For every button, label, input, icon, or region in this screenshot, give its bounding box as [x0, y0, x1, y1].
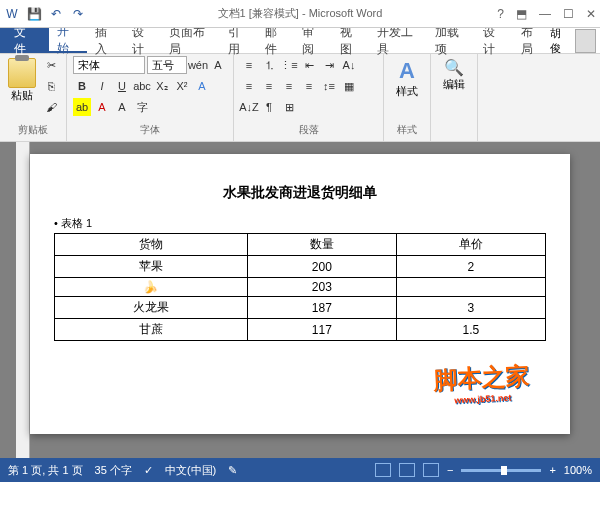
table-header[interactable]: 货物 — [55, 234, 248, 256]
clipboard-group-label: 剪贴板 — [6, 121, 60, 139]
italic-button[interactable]: I — [93, 77, 111, 95]
cut-icon[interactable]: ✂ — [42, 56, 60, 74]
tab-references[interactable]: 引用 — [220, 28, 257, 53]
increase-indent-icon[interactable]: ⇥ — [320, 56, 338, 74]
document-area[interactable]: 水果批发商进退货明细单 • 表格 1 货物 数量 单价 苹果2002 🍌203 … — [0, 142, 600, 458]
close-icon[interactable]: ✕ — [586, 7, 596, 21]
minimize-icon[interactable]: — — [539, 7, 551, 21]
underline-button[interactable]: U — [113, 77, 131, 95]
status-page[interactable]: 第 1 页, 共 1 页 — [8, 463, 83, 478]
table-row: 🍌203 — [55, 278, 546, 297]
doc-title[interactable]: 水果批发商进退货明细单 — [54, 184, 546, 202]
align-right-icon[interactable]: ≡ — [280, 77, 298, 95]
char-border-icon[interactable]: 字 — [133, 98, 151, 116]
tab-addins[interactable]: 加载项 — [427, 28, 475, 53]
paragraph-group-label: 段落 — [240, 121, 377, 139]
enclose-char-icon[interactable]: A — [209, 56, 227, 74]
group-editing: 🔍 编辑 — [431, 54, 478, 141]
styles-button[interactable]: A 样式 — [390, 56, 424, 101]
tab-insert[interactable]: 插入 — [87, 28, 124, 53]
numbering-icon[interactable]: ⒈ — [260, 56, 278, 74]
zoom-level[interactable]: 100% — [564, 464, 592, 476]
zoom-out-icon[interactable]: − — [447, 464, 453, 476]
statusbar: 第 1 页, 共 1 页 35 个字 ✓ 中文(中国) ✎ − + 100% — [0, 458, 600, 482]
align-center-icon[interactable]: ≡ — [260, 77, 278, 95]
strikethrough-icon[interactable]: abc — [133, 77, 151, 95]
username[interactable]: 胡俊 — [550, 26, 569, 56]
editing-label: 编辑 — [443, 77, 465, 92]
tab-mailings[interactable]: 邮件 — [257, 28, 294, 53]
status-insert-icon[interactable]: ✎ — [228, 464, 237, 477]
vertical-ruler[interactable] — [16, 142, 30, 458]
save-icon[interactable]: 💾 — [26, 6, 42, 22]
line-spacing-icon[interactable]: ↕≡ — [320, 77, 338, 95]
text-effects-icon[interactable]: A — [193, 77, 211, 95]
group-styles: A 样式 样式 — [384, 54, 431, 141]
font-family-combo[interactable]: 宋体 — [73, 56, 145, 74]
tab-view[interactable]: 视图 — [332, 28, 369, 53]
maximize-icon[interactable]: ☐ — [563, 7, 574, 21]
align-left-icon[interactable]: ≡ — [240, 77, 258, 95]
tab-file[interactable]: 文件 — [0, 28, 49, 53]
table-header[interactable]: 数量 — [247, 234, 396, 256]
tab-layout[interactable]: 页面布局 — [161, 28, 220, 53]
copy-icon[interactable]: ⎘ — [42, 77, 60, 95]
status-lang[interactable]: 中文(中国) — [165, 463, 216, 478]
show-marks-icon[interactable]: ¶ — [260, 98, 278, 116]
view-print-icon[interactable] — [375, 463, 391, 477]
tab-home[interactable]: 开始 — [49, 28, 86, 53]
table-header[interactable]: 单价 — [396, 234, 545, 256]
font-color-icon[interactable]: A — [93, 98, 111, 116]
group-paragraph: ≡ ⒈ ⋮≡ ⇤ ⇥ A↓ ≡ ≡ ≡ ≡ ↕≡ ▦ A↓Z ¶ ⊞ 段落 — [234, 54, 384, 141]
shading-icon[interactable]: ▦ — [340, 77, 358, 95]
table-row: 甘蔗1171.5 — [55, 319, 546, 341]
format-painter-icon[interactable]: 🖌 — [42, 98, 60, 116]
page[interactable]: 水果批发商进退货明细单 • 表格 1 货物 数量 单价 苹果2002 🍌203 … — [30, 154, 570, 434]
highlight-icon[interactable]: ab — [73, 98, 91, 116]
view-web-icon[interactable] — [423, 463, 439, 477]
multilevel-icon[interactable]: ⋮≡ — [280, 56, 298, 74]
undo-icon[interactable]: ↶ — [48, 6, 64, 22]
sort-icon[interactable]: A↓Z — [240, 98, 258, 116]
tab-developer[interactable]: 开发工具 — [369, 28, 428, 53]
styles-label: 样式 — [396, 84, 418, 99]
view-read-icon[interactable] — [399, 463, 415, 477]
tab-design[interactable]: 设计 — [124, 28, 161, 53]
status-proof-icon[interactable]: ✓ — [144, 464, 153, 477]
char-shading-icon[interactable]: A — [113, 98, 131, 116]
ribbon-options-icon[interactable]: ⬒ — [516, 7, 527, 21]
word-icon: W — [4, 6, 20, 22]
find-icon: 🔍 — [444, 58, 464, 77]
paste-label: 粘贴 — [11, 88, 33, 103]
font-size-combo[interactable]: 五号 — [147, 56, 187, 74]
ribbon-tabs: 文件 开始 插入 设计 页面布局 引用 邮件 审阅 视图 开发工具 加载项 设计… — [0, 28, 600, 54]
decrease-indent-icon[interactable]: ⇤ — [300, 56, 318, 74]
justify-icon[interactable]: ≡ — [300, 77, 318, 95]
group-font: 宋体 五号 wén A B I U abc X₂ X² A ab A A 字 字… — [67, 54, 234, 141]
doc-table[interactable]: 货物 数量 单价 苹果2002 🍌203 火龙果1873 甘蔗1171.5 — [54, 233, 546, 341]
editing-group-label — [437, 124, 471, 139]
table-caption[interactable]: • 表格 1 — [54, 216, 546, 231]
status-words[interactable]: 35 个字 — [95, 463, 132, 478]
titlebar: W 💾 ↶ ↷ 文档1 [兼容模式] - Microsoft Word ? ⬒ … — [0, 0, 600, 28]
subscript-icon[interactable]: X₂ — [153, 77, 171, 95]
superscript-icon[interactable]: X² — [173, 77, 191, 95]
zoom-slider[interactable] — [461, 469, 541, 472]
zoom-in-icon[interactable]: + — [549, 464, 555, 476]
tab-table-design[interactable]: 设计 — [475, 28, 512, 53]
help-icon[interactable]: ? — [497, 7, 504, 21]
borders-icon[interactable]: ⊞ — [280, 98, 298, 116]
bullets-icon[interactable]: ≡ — [240, 56, 258, 74]
quick-access-toolbar: W 💾 ↶ ↷ — [4, 6, 86, 22]
phonetic-guide-icon[interactable]: wén — [189, 56, 207, 74]
editing-button[interactable]: 🔍 编辑 — [437, 56, 471, 94]
redo-icon[interactable]: ↷ — [70, 6, 86, 22]
styles-icon: A — [399, 58, 415, 84]
avatar[interactable] — [575, 29, 596, 53]
group-clipboard: 粘贴 ✂ ⎘ 🖌 剪贴板 — [0, 54, 67, 141]
tab-review[interactable]: 审阅 — [294, 28, 331, 53]
text-direction-icon[interactable]: A↓ — [340, 56, 358, 74]
paste-button[interactable]: 粘贴 — [6, 56, 38, 105]
bold-button[interactable]: B — [73, 77, 91, 95]
tab-table-layout[interactable]: 布局 — [513, 28, 550, 53]
